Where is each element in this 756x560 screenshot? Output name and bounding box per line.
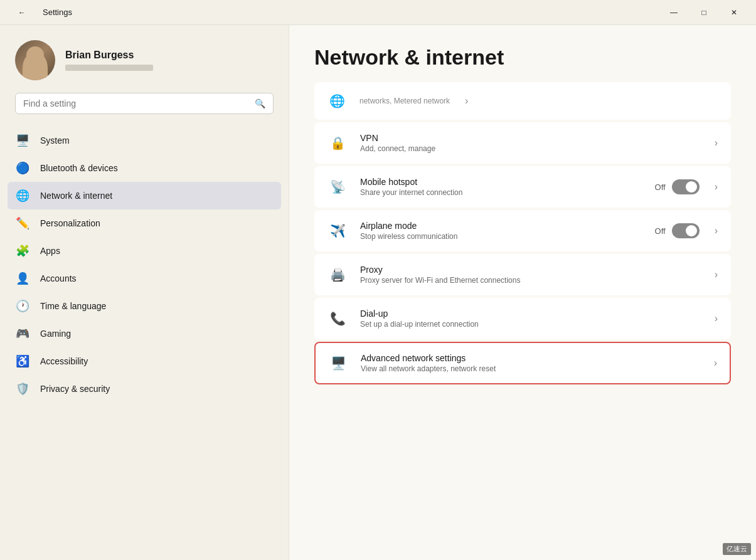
partial-icon: 🌐 xyxy=(327,91,347,111)
chevron-dialup: › xyxy=(715,313,718,324)
setting-text-vpn: VPN Add, connect, manage xyxy=(360,133,700,153)
sidebar-item-time[interactable]: 🕐 Time & language xyxy=(8,292,281,320)
setting-title-proxy: Proxy xyxy=(360,265,700,275)
page-title: Network & internet xyxy=(314,45,731,70)
minimize-button[interactable]: — xyxy=(659,3,688,23)
content-body: 🌐 networks, Metered network › 🔒 VPN Add,… xyxy=(289,82,756,560)
sidebar: Brian Burgess 🔍 🖥️ System 🔵 Bluetooth & … xyxy=(0,25,289,560)
avatar-image xyxy=(15,40,55,80)
maximize-button[interactable]: □ xyxy=(689,3,718,23)
setting-desc-advanced-network: View all network adapters, network reset xyxy=(361,364,699,373)
sidebar-item-accounts[interactable]: 👤 Accounts xyxy=(8,265,281,292)
nav-icon-personalization: ✏️ xyxy=(15,216,30,231)
title-bar-title: Settings xyxy=(43,8,72,17)
setting-text-advanced-network: Advanced network settings View all netwo… xyxy=(361,353,699,373)
nav-label-apps: Apps xyxy=(40,246,60,256)
setting-text-airplane-mode: Airplane mode Stop wireless communicatio… xyxy=(360,221,642,241)
avatar xyxy=(15,40,55,80)
maximize-icon: □ xyxy=(701,8,706,17)
user-name: Brian Burgess xyxy=(65,50,153,61)
setting-icon-dialup: 📞 xyxy=(327,309,348,329)
toggle-label-mobile-hotspot: Off xyxy=(655,182,666,192)
setting-item-advanced-network[interactable]: 🖥️ Advanced network settings View all ne… xyxy=(314,342,731,384)
setting-item-vpn[interactable]: 🔒 VPN Add, connect, manage › xyxy=(314,122,731,164)
nav-label-privacy: Privacy & security xyxy=(40,384,110,394)
nav-label-time: Time & language xyxy=(40,301,106,311)
avatar-silhouette xyxy=(23,52,48,80)
setting-icon-mobile-hotspot: 📡 xyxy=(327,177,348,197)
setting-icon-advanced-network: 🖥️ xyxy=(328,353,348,373)
toggle-label-airplane-mode: Off xyxy=(655,226,666,236)
nav-label-accessibility: Accessibility xyxy=(40,356,88,366)
search-box[interactable]: 🔍 xyxy=(15,93,274,114)
setting-title-advanced-network: Advanced network settings xyxy=(361,353,699,363)
user-profile: Brian Burgess xyxy=(0,25,289,93)
nav-label-personalization: Personalization xyxy=(40,218,100,228)
content-area: Network & internet 🌐 networks, Metered n… xyxy=(289,25,756,560)
sidebar-item-gaming[interactable]: 🎮 Gaming xyxy=(8,320,281,347)
back-button[interactable]: ← xyxy=(8,3,36,23)
setting-text-dialup: Dial-up Set up a dial-up internet connec… xyxy=(360,309,700,329)
sidebar-item-privacy[interactable]: 🛡️ Privacy & security xyxy=(8,375,281,403)
chevron-vpn: › xyxy=(715,137,718,149)
setting-title-dialup: Dial-up xyxy=(360,309,700,319)
setting-desc-vpn: Add, connect, manage xyxy=(360,144,700,153)
sidebar-item-personalization[interactable]: ✏️ Personalization xyxy=(8,209,281,237)
nav-label-system: System xyxy=(40,135,70,145)
setting-item-airplane-mode[interactable]: ✈️ Airplane mode Stop wireless communica… xyxy=(314,210,731,251)
setting-item-proxy[interactable]: 🖨️ Proxy Proxy server for Wi-Fi and Ethe… xyxy=(314,254,731,295)
sidebar-item-apps[interactable]: 🧩 Apps xyxy=(8,237,281,265)
nav-label-accounts: Accounts xyxy=(40,273,77,283)
nav-label-gaming: Gaming xyxy=(40,329,71,339)
setting-icon-airplane-mode: ✈️ xyxy=(327,221,348,241)
nav-icon-gaming: 🎮 xyxy=(15,326,30,341)
content-header: Network & internet xyxy=(289,25,756,82)
minimize-icon: — xyxy=(670,8,678,17)
nav-icon-accounts: 👤 xyxy=(15,271,30,286)
setting-desc-mobile-hotspot: Share your internet connection xyxy=(360,188,642,197)
sidebar-item-system[interactable]: 🖥️ System xyxy=(8,127,281,154)
chevron-advanced-network: › xyxy=(714,357,717,369)
sidebar-item-bluetooth[interactable]: 🔵 Bluetooth & devices xyxy=(8,154,281,182)
sidebar-item-network[interactable]: 🌐 Network & internet xyxy=(8,182,281,209)
nav-label-network: Network & internet xyxy=(40,191,112,201)
setting-title-airplane-mode: Airplane mode xyxy=(360,221,642,231)
setting-icon-proxy: 🖨️ xyxy=(327,265,348,285)
nav-label-bluetooth: Bluetooth & devices xyxy=(40,163,118,173)
setting-desc-airplane-mode: Stop wireless communication xyxy=(360,232,642,241)
setting-title-vpn: VPN xyxy=(360,133,700,143)
search-icon: 🔍 xyxy=(255,98,265,108)
title-bar-left: ← Settings xyxy=(8,3,72,23)
nav-icon-accessibility: ♿ xyxy=(15,354,30,369)
user-bar xyxy=(65,65,153,71)
chevron-proxy: › xyxy=(715,269,718,280)
toggle-mobile-hotspot[interactable] xyxy=(672,179,700,194)
nav-list: 🖥️ System 🔵 Bluetooth & devices 🌐 Networ… xyxy=(0,127,289,403)
close-button[interactable]: ✕ xyxy=(720,3,748,23)
nav-icon-apps: 🧩 xyxy=(15,243,30,258)
setting-icon-vpn: 🔒 xyxy=(327,133,348,153)
watermark: 亿速云 xyxy=(723,543,751,555)
nav-icon-network: 🌐 xyxy=(15,188,30,203)
chevron-airplane-mode: › xyxy=(715,225,718,236)
partial-item[interactable]: 🌐 networks, Metered network › xyxy=(314,82,731,120)
chevron-mobile-hotspot: › xyxy=(715,181,718,193)
toggle-airplane-mode[interactable] xyxy=(672,223,700,238)
partial-chevron: › xyxy=(465,95,468,107)
nav-icon-time: 🕐 xyxy=(15,298,30,314)
title-bar: ← Settings — □ ✕ xyxy=(0,0,756,25)
setting-desc-dialup: Set up a dial-up internet connection xyxy=(360,320,700,329)
setting-item-mobile-hotspot[interactable]: 📡 Mobile hotspot Share your internet con… xyxy=(314,166,731,208)
sidebar-item-accessibility[interactable]: ♿ Accessibility xyxy=(8,347,281,375)
setting-text-proxy: Proxy Proxy server for Wi-Fi and Etherne… xyxy=(360,265,700,285)
close-icon: ✕ xyxy=(731,8,737,17)
toggle-control-mobile-hotspot: Off xyxy=(655,179,700,194)
setting-item-dialup[interactable]: 📞 Dial-up Set up a dial-up internet conn… xyxy=(314,298,731,339)
setting-text-mobile-hotspot: Mobile hotspot Share your internet conne… xyxy=(360,177,642,197)
nav-icon-bluetooth: 🔵 xyxy=(15,161,30,176)
search-container: 🔍 xyxy=(0,93,289,127)
toggle-control-airplane-mode: Off xyxy=(655,223,700,238)
settings-list: 🔒 VPN Add, connect, manage › 📡 Mobile ho… xyxy=(314,122,731,384)
search-input[interactable] xyxy=(23,98,250,108)
title-bar-controls: — □ ✕ xyxy=(659,3,748,23)
